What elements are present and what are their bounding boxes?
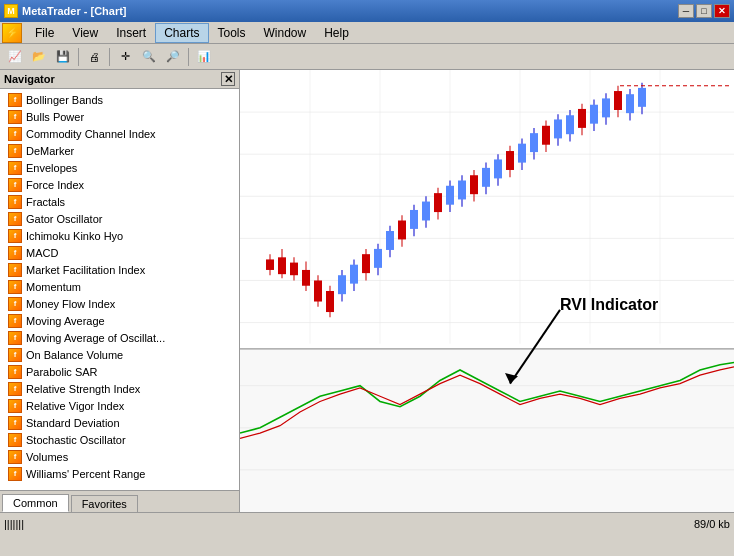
list-item[interactable]: f Money Flow Index (0, 295, 239, 312)
indicator-icon: f (8, 229, 22, 243)
list-item[interactable]: f Moving Average of Oscillat... (0, 329, 239, 346)
indicator-label: MACD (26, 247, 58, 259)
indicator-icon: f (8, 178, 22, 192)
svg-rect-61 (542, 126, 550, 145)
svg-rect-27 (338, 275, 346, 294)
toolbar-sep-3 (188, 48, 189, 66)
menu-help[interactable]: Help (315, 23, 358, 43)
indicator-icon: f (8, 382, 22, 396)
list-item[interactable]: f Ichimoku Kinko Hyo (0, 227, 239, 244)
chart-svg: RVI Indicator (240, 70, 734, 512)
list-item[interactable]: f Relative Strength Index (0, 380, 239, 397)
indicator-label: Bulls Power (26, 111, 84, 123)
indicator-icon: f (8, 399, 22, 413)
tab-favorites[interactable]: Favorites (71, 495, 138, 512)
list-item[interactable]: f Standard Deviation (0, 414, 239, 431)
list-item[interactable]: f Moving Average (0, 312, 239, 329)
close-button[interactable]: ✕ (714, 4, 730, 18)
list-item[interactable]: f Envelopes (0, 159, 239, 176)
indicator-icon: f (8, 331, 22, 345)
navigator-header: Navigator ✕ (0, 70, 239, 89)
svg-rect-47 (458, 181, 466, 200)
indicator-icon: f (8, 450, 22, 464)
navigator-list: f Bollinger Bands f Bulls Power f Commod… (0, 89, 239, 490)
menu-charts[interactable]: Charts (155, 23, 208, 43)
list-item[interactable]: f Force Index (0, 176, 239, 193)
svg-rect-35 (386, 231, 394, 250)
indicator-icon: f (8, 195, 22, 209)
svg-rect-73 (614, 91, 622, 110)
indicator-label: DeMarker (26, 145, 74, 157)
list-item[interactable]: f Volumes (0, 448, 239, 465)
indicator-icon: f (8, 161, 22, 175)
indicator-icon: f (8, 433, 22, 447)
save-btn[interactable]: 💾 (52, 46, 74, 68)
list-item[interactable]: f Gator Oscillator (0, 210, 239, 227)
svg-text:RVI Indicator: RVI Indicator (560, 295, 659, 313)
indicator-label: On Balance Volume (26, 349, 123, 361)
menu-window[interactable]: Window (255, 23, 316, 43)
indicator-label: Bollinger Bands (26, 94, 103, 106)
svg-rect-63 (554, 119, 562, 138)
menu-tools[interactable]: Tools (209, 23, 255, 43)
indicator-icon: f (8, 110, 22, 124)
print-btn[interactable]: 🖨 (83, 46, 105, 68)
list-item[interactable]: f Bulls Power (0, 108, 239, 125)
indicator-label: Relative Vigor Index (26, 400, 124, 412)
svg-rect-69 (590, 105, 598, 124)
svg-rect-51 (482, 168, 490, 187)
toolbar-sep-2 (109, 48, 110, 66)
app-logo: ⚡ (2, 23, 22, 43)
zoom-out-btn[interactable]: 🔎 (162, 46, 184, 68)
svg-rect-19 (290, 263, 298, 276)
indicator-label: Commodity Channel Index (26, 128, 156, 140)
svg-rect-49 (470, 175, 478, 194)
menu-file[interactable]: File (26, 23, 63, 43)
indicator-label: Money Flow Index (26, 298, 115, 310)
svg-rect-33 (374, 249, 382, 268)
navigator-tabs: Common Favorites (0, 490, 239, 512)
navigator-close-button[interactable]: ✕ (221, 72, 235, 86)
list-item[interactable]: f Bollinger Bands (0, 91, 239, 108)
list-item[interactable]: f MACD (0, 244, 239, 261)
title-bar: M MetaTrader - [Chart] ─ □ ✕ (0, 0, 734, 22)
indicator-label: Momentum (26, 281, 81, 293)
svg-rect-41 (422, 202, 430, 221)
status-bar: ||||||| 89/0 kb (0, 512, 734, 534)
navigator-scrollable[interactable]: f Bollinger Bands f Bulls Power f Commod… (0, 89, 239, 490)
list-item[interactable]: f Momentum (0, 278, 239, 295)
menu-view[interactable]: View (63, 23, 107, 43)
svg-rect-75 (626, 94, 634, 113)
list-item[interactable]: f Fractals (0, 193, 239, 210)
chart-area: RVI Indicator (240, 70, 734, 512)
minimize-button[interactable]: ─ (678, 4, 694, 18)
list-item[interactable]: f Stochastic Oscillator (0, 431, 239, 448)
maximize-button[interactable]: □ (696, 4, 712, 18)
list-item[interactable]: f Relative Vigor Index (0, 397, 239, 414)
svg-rect-23 (314, 280, 322, 301)
list-item[interactable]: f Market Facilitation Index (0, 261, 239, 278)
indicator-icon: f (8, 314, 22, 328)
list-item[interactable]: f On Balance Volume (0, 346, 239, 363)
list-item[interactable]: f DeMarker (0, 142, 239, 159)
zoom-in-btn[interactable]: 🔍 (138, 46, 160, 68)
list-item[interactable]: f Parabolic SAR (0, 363, 239, 380)
svg-rect-67 (578, 109, 586, 128)
new-chart-btn[interactable]: 📈 (4, 46, 26, 68)
svg-rect-71 (602, 98, 610, 117)
indicator-btn[interactable]: 📊 (193, 46, 215, 68)
indicator-icon: f (8, 348, 22, 362)
memory-status: 89/0 kb (694, 518, 730, 530)
indicator-label: Stochastic Oscillator (26, 434, 126, 446)
indicator-label: Envelopes (26, 162, 77, 174)
list-item[interactable]: f Williams' Percent Range (0, 465, 239, 482)
indicator-label: Ichimoku Kinko Hyo (26, 230, 123, 242)
menu-insert[interactable]: Insert (107, 23, 155, 43)
tab-common[interactable]: Common (2, 494, 69, 512)
open-btn[interactable]: 📂 (28, 46, 50, 68)
indicator-label: Moving Average of Oscillat... (26, 332, 165, 344)
list-item[interactable]: f Commodity Channel Index (0, 125, 239, 142)
indicator-label: Williams' Percent Range (26, 468, 145, 480)
indicator-icon: f (8, 416, 22, 430)
crosshair-btn[interactable]: ✛ (114, 46, 136, 68)
